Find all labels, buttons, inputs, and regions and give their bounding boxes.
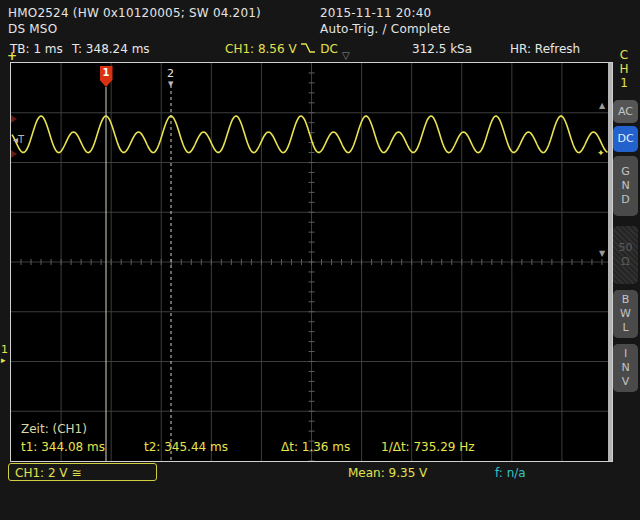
sidebar-button-50ohm[interactable]: 50Ω: [613, 226, 638, 284]
falling-edge-icon: [301, 42, 315, 57]
channel1-ground-label: 1: [1, 345, 8, 355]
channel1-scale-box[interactable]: CH1: 2 V ≅: [8, 463, 157, 481]
cursor-t1-readout: t1: 344.08 ms: [21, 440, 105, 454]
time-readout: T: 348.24 ms: [72, 42, 150, 56]
cursor-t2-readout: t2: 345.44 ms: [144, 440, 228, 454]
trigger-level-marker-icon: ✦: [597, 148, 605, 158]
mean-readout: Mean: 9.35 V: [348, 466, 427, 480]
cursor2-handle[interactable]: 2: [167, 67, 174, 80]
datetime: 2015-11-11 20:40: [320, 5, 450, 21]
trigger-readout: CH1: 8.56 V DC: [225, 42, 338, 57]
frequency-readout: f: n/a: [495, 466, 526, 480]
sidebar-button-dc[interactable]: DC: [613, 126, 638, 152]
acquisition-mode-readout: HR: Refresh: [510, 42, 580, 56]
vertical-scrollbar[interactable]: [608, 63, 612, 461]
horizontal-position-marker-icon: +: [7, 49, 17, 63]
timebase-readout: TB: 1 ms: [10, 42, 63, 56]
oscilloscope-screen: HMO2524 (HW 0x10120005; SW 04.201) DS MS…: [0, 0, 640, 520]
trigger-status: Auto-Trig. / Complete: [320, 21, 450, 37]
reference-marker-icon: [11, 150, 17, 158]
cursor2-tip-icon: ▼: [168, 80, 173, 88]
header-center: 2015-11-11 20:40 Auto-Trig. / Complete: [320, 5, 450, 37]
trigger-coupling: DC: [320, 42, 338, 56]
sidebar-button-gnd[interactable]: GND: [613, 156, 638, 216]
scroll-down-icon: ▼: [599, 249, 605, 258]
graticule-grid: [11, 63, 612, 461]
channel1-trace: [12, 116, 608, 153]
sample-rate-readout: 312.5 kSa: [412, 42, 472, 56]
reference-marker-icon: [11, 115, 17, 123]
trigger-position-marker-icon: ▽: [342, 50, 350, 61]
device-model: HMO2524 (HW 0x10120005; SW 04.201): [8, 5, 261, 21]
right-arrow-icon: ▸: [1, 355, 8, 365]
device-mode: DS MSO: [8, 21, 261, 37]
channel1-scale: CH1: 2 V: [15, 466, 68, 480]
sidebar-button-ac[interactable]: AC: [613, 100, 638, 123]
cursor1-label: 1: [103, 67, 110, 78]
coupling-menu: ACDCGND50ΩBWLINV: [613, 100, 638, 392]
sidebar-channel-label: CH1: [615, 48, 633, 90]
header-left: HMO2524 (HW 0x10120005; SW 04.201) DS MS…: [8, 5, 261, 37]
measurement-title: Zeit: (CH1): [21, 422, 87, 436]
coupling-symbol-icon: ≅: [71, 466, 81, 480]
channel1-ground-marker: 1 ▸: [1, 345, 8, 365]
sidebar-button-inv[interactable]: INV: [613, 344, 638, 392]
cursor2-label: 2: [167, 67, 174, 80]
trigger-time-marker: ◂T: [13, 134, 24, 145]
sidebar-button-bwl[interactable]: BWL: [613, 290, 638, 338]
scroll-up-icon: ▲: [599, 101, 605, 110]
cursor-delta-readout: Δt: 1.36 ms: [281, 440, 350, 454]
trigger-source-level: CH1: 8.56 V: [225, 42, 297, 56]
cursor-inverse-delta-readout: 1/Δt: 735.29 Hz: [381, 440, 475, 454]
waveform-display: 1 2 ▼ ◂T ▲ ✦ ▼ Zeit: (CH1) t1: 344.08 ms…: [10, 62, 613, 462]
